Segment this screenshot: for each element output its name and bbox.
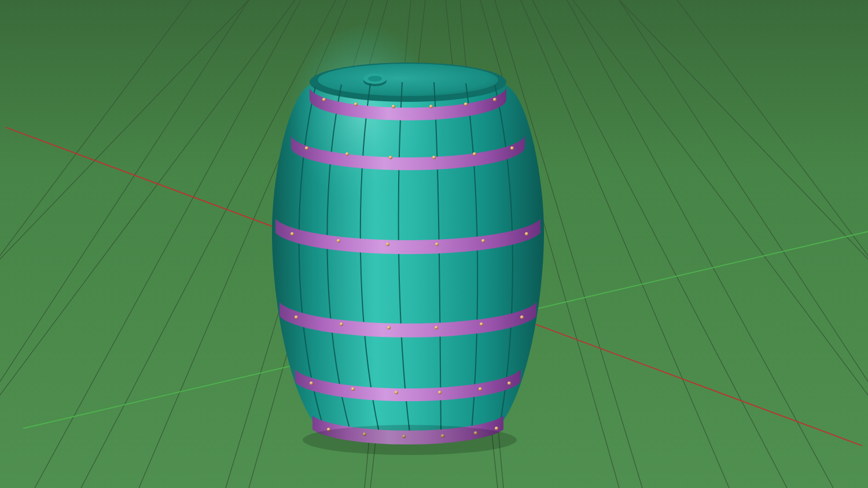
svg-point-52 bbox=[438, 391, 442, 394]
svg-point-45 bbox=[387, 326, 391, 329]
barrel-contact-shadow bbox=[303, 425, 517, 455]
svg-point-51 bbox=[395, 391, 398, 394]
svg-point-29 bbox=[464, 102, 468, 106]
svg-point-50 bbox=[351, 387, 355, 391]
svg-point-34 bbox=[432, 156, 436, 159]
svg-point-41 bbox=[481, 239, 485, 243]
barrel-lid bbox=[318, 64, 498, 96]
svg-point-39 bbox=[386, 243, 389, 246]
svg-point-37 bbox=[290, 232, 294, 236]
svg-point-36 bbox=[510, 146, 514, 150]
viewport-3d[interactable] bbox=[0, 0, 868, 488]
svg-point-43 bbox=[295, 315, 298, 319]
svg-point-53 bbox=[479, 387, 482, 391]
svg-point-27 bbox=[392, 105, 395, 108]
viewport-svg bbox=[0, 0, 868, 488]
svg-point-54 bbox=[507, 381, 511, 385]
svg-point-44 bbox=[340, 322, 343, 326]
svg-point-35 bbox=[473, 152, 476, 156]
svg-point-28 bbox=[429, 105, 433, 108]
barrel-bung bbox=[363, 74, 387, 86]
svg-point-49 bbox=[310, 381, 313, 385]
svg-point-40 bbox=[435, 243, 439, 246]
svg-point-48 bbox=[520, 315, 524, 319]
svg-point-32 bbox=[345, 152, 349, 156]
svg-point-42 bbox=[525, 232, 528, 236]
svg-point-38 bbox=[337, 239, 340, 243]
svg-point-31 bbox=[305, 146, 308, 150]
svg-point-25 bbox=[322, 98, 326, 101]
svg-point-47 bbox=[480, 322, 483, 326]
svg-point-30 bbox=[493, 98, 496, 101]
svg-point-60 bbox=[495, 427, 498, 430]
svg-point-46 bbox=[435, 326, 438, 329]
svg-point-24 bbox=[368, 76, 382, 82]
barrel-object[interactable] bbox=[260, 23, 544, 455]
svg-point-26 bbox=[354, 102, 358, 106]
svg-point-33 bbox=[389, 156, 392, 159]
